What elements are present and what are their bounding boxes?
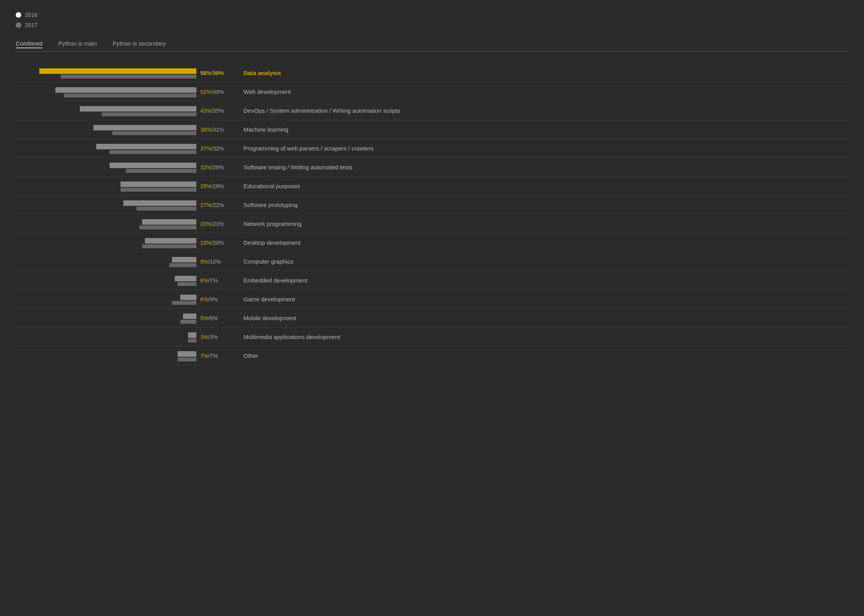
pct-label: 3%/3% — [196, 334, 240, 340]
pct-label: 52%/49% — [196, 89, 240, 95]
pct-label: 7%/7% — [196, 353, 240, 359]
chart-row: 58%/50%Data analysis — [16, 64, 848, 82]
bar-area — [16, 271, 196, 290]
chart-row: 6%/9%Game development — [16, 290, 848, 309]
tab-python-secondary[interactable]: Python is secondary — [113, 40, 166, 48]
bar-area — [16, 309, 196, 327]
bar-2017 — [178, 282, 196, 286]
tab-combined[interactable]: Combined — [16, 40, 42, 48]
category-label: Network programming — [240, 220, 848, 227]
chart-row: 52%/49%Web development — [16, 82, 848, 101]
legend-label-2017: 2017 — [25, 22, 37, 28]
pct-label: 8%/7% — [196, 277, 240, 284]
pct-2018-value: 5% — [200, 315, 208, 321]
pct-2018-value: 3% — [200, 334, 208, 340]
bar-2017 — [64, 94, 196, 97]
category-label: Educational purposes — [240, 183, 848, 189]
pct-2018-value: 6% — [200, 296, 208, 302]
pct-2018-value: 58% — [200, 70, 211, 76]
pct-2018-value: 52% — [200, 89, 211, 95]
category-label: Computer graphics — [240, 258, 848, 265]
pct-2017-value: 35% — [213, 108, 224, 114]
category-label: Software testing / Writing automated tes… — [240, 164, 848, 170]
chart-row: 20%/21%Network programming — [16, 214, 848, 233]
legend-dot-2018 — [16, 12, 21, 18]
bar-2018 — [55, 87, 196, 93]
chart-row: 37%/32%Programming of web parsers / scra… — [16, 139, 848, 158]
pct-2018-value: 43% — [200, 108, 211, 114]
category-label: Data analysis — [240, 70, 848, 76]
bar-area — [16, 177, 196, 195]
bar-area — [16, 64, 196, 82]
bar-area — [16, 139, 196, 158]
pct-2017-value: 3% — [210, 334, 218, 340]
chart-row: 9%/10%Computer graphics — [16, 252, 848, 271]
bar-2017 — [121, 188, 196, 192]
bar-2017 — [142, 244, 196, 248]
pct-label: 58%/50% — [196, 70, 240, 76]
pct-2017-value: 20% — [213, 240, 224, 246]
pct-2017-value: 21% — [213, 221, 224, 227]
category-label: Web development — [240, 88, 848, 95]
pct-2018-value: 9% — [200, 258, 208, 265]
pct-2017-value: 7% — [210, 353, 218, 359]
chart-row: 8%/7%Embedded development — [16, 271, 848, 290]
bar-2018 — [145, 238, 196, 244]
legend-label-2018: 2018 — [25, 12, 37, 18]
bar-chart: 58%/50%Data analysis52%/49%Web developme… — [16, 64, 848, 365]
bar-2018 — [172, 257, 196, 262]
bar-area — [16, 290, 196, 308]
bar-2017 — [178, 358, 196, 361]
chart-row: 5%/6%Mobile development — [16, 309, 848, 328]
bar-2017 — [139, 226, 196, 229]
category-label: Embedded development — [240, 277, 848, 284]
pct-2018-value: 27% — [200, 202, 211, 208]
bar-area — [16, 233, 196, 252]
pct-2017-value: 7% — [210, 277, 218, 284]
chart-row: 38%/31%Machine learning — [16, 120, 848, 139]
bar-area — [16, 252, 196, 271]
chart-row: 28%/28%Educational purposes — [16, 177, 848, 196]
bar-2018 — [110, 163, 196, 168]
category-label: Machine learning — [240, 126, 848, 133]
bar-2017 — [169, 263, 196, 267]
tab-python-main[interactable]: Python is main — [58, 40, 97, 48]
pct-2017-value: 28% — [213, 183, 224, 189]
pct-2018-value: 32% — [200, 164, 211, 170]
pct-2018-value: 8% — [200, 277, 208, 284]
bar-2018 — [183, 314, 196, 319]
bar-2017 — [61, 75, 196, 79]
pct-2017-value: 32% — [213, 145, 224, 152]
legend-dot-2017 — [16, 22, 21, 28]
bar-2017 — [126, 169, 196, 173]
bar-2018 — [180, 295, 196, 300]
pct-label: 9%/10% — [196, 258, 240, 265]
legend-item-2018: 2018 — [16, 12, 848, 18]
bar-area — [16, 82, 196, 101]
chart-row: 32%/26%Software testing / Writing automa… — [16, 158, 848, 177]
pct-2018-value: 19% — [200, 240, 211, 246]
bar-2018 — [80, 106, 196, 112]
tab-bar: Combined Python is main Python is second… — [16, 40, 848, 52]
category-label: DevOps / System administration / Writing… — [240, 107, 848, 114]
chart-row: 7%/7%Other — [16, 346, 848, 365]
bar-2018 — [121, 182, 196, 187]
bar-2017 — [137, 207, 196, 211]
bar-area — [16, 196, 196, 214]
bar-2018 — [96, 144, 196, 149]
pct-label: 32%/26% — [196, 164, 240, 170]
pct-label: 43%/35% — [196, 108, 240, 114]
bar-area — [16, 346, 196, 365]
pct-2018-value: 20% — [200, 221, 211, 227]
pct-2017-value: 26% — [213, 164, 224, 170]
pct-2018-value: 28% — [200, 183, 211, 189]
bar-2018 — [175, 276, 196, 281]
bar-2018 — [178, 351, 196, 357]
bar-2018 — [142, 219, 196, 225]
pct-label: 19%/20% — [196, 240, 240, 246]
pct-2017-value: 31% — [213, 126, 224, 133]
bar-2017 — [188, 339, 196, 343]
bar-2017 — [102, 112, 196, 116]
bar-2017 — [110, 150, 196, 154]
bar-area — [16, 158, 196, 176]
